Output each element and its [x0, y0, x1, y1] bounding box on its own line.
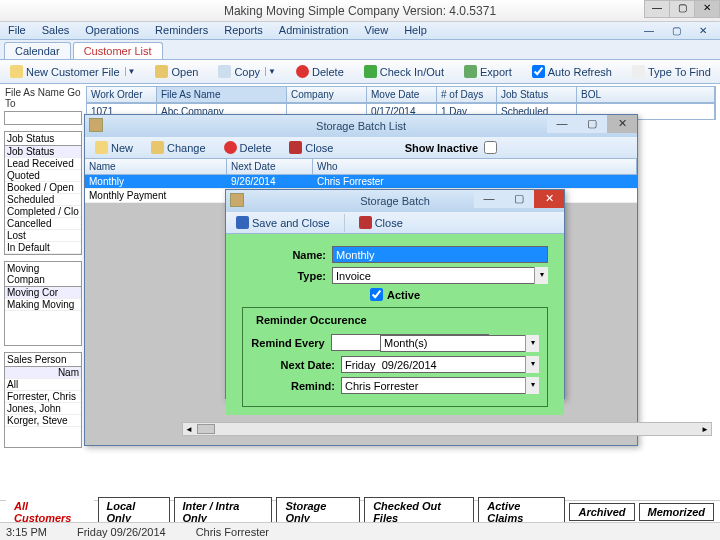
- sbl-change-button[interactable]: Change: [145, 138, 212, 157]
- type-to-find-button[interactable]: Type To Find: [626, 62, 717, 81]
- sales-person-panel: Sales Person Nam All Forrester, Chris Jo…: [4, 352, 82, 448]
- new-icon: [95, 141, 108, 154]
- show-inactive-checkbox[interactable]: [484, 141, 497, 154]
- autorefresh-checkbox[interactable]: [532, 65, 545, 78]
- table-row[interactable]: Monthly 9/26/2014 Chris Forrester: [85, 175, 637, 189]
- name-input[interactable]: [332, 246, 548, 263]
- check-icon: [364, 65, 377, 78]
- close-icon: [359, 216, 372, 229]
- job-status-panel: Job Status Job Status Lead Received Quot…: [4, 131, 82, 255]
- export-button[interactable]: Export: [458, 62, 518, 81]
- menu-operations[interactable]: Operations: [81, 24, 143, 37]
- menu-file[interactable]: File: [4, 24, 30, 37]
- window-icon: [89, 118, 103, 132]
- list-item[interactable]: Forrester, Chris: [5, 391, 81, 403]
- sbl-minimize-button[interactable]: —: [547, 115, 577, 133]
- close-button[interactable]: ✕: [694, 0, 720, 18]
- open-button[interactable]: Open: [149, 62, 204, 81]
- remind-select[interactable]: [341, 377, 525, 394]
- menubar: File Sales Operations Reminders Reports …: [0, 22, 720, 40]
- show-inactive-label: Show Inactive: [405, 142, 478, 154]
- sbl-new-button[interactable]: New: [89, 138, 139, 157]
- close-icon: [289, 141, 302, 154]
- moving-company-panel: Moving Compan Moving Cor Making Moving: [4, 261, 82, 346]
- window-title: Storage Batch: [360, 195, 430, 207]
- maximize-button[interactable]: ▢: [669, 0, 695, 18]
- menu-help[interactable]: Help: [400, 24, 431, 37]
- remind-unit-select[interactable]: [380, 335, 525, 352]
- list-item[interactable]: All: [5, 379, 81, 391]
- menu-administration[interactable]: Administration: [275, 24, 353, 37]
- window-icon: [230, 193, 244, 207]
- chevron-down-icon[interactable]: ▾: [525, 356, 539, 373]
- check-button[interactable]: Check In/Out: [358, 62, 450, 81]
- list-item[interactable]: In Default: [5, 242, 81, 254]
- minimize-button[interactable]: —: [644, 0, 670, 18]
- ftab-memorized[interactable]: Memorized: [639, 503, 714, 521]
- copy-icon: [218, 65, 231, 78]
- sb-close-button[interactable]: ✕: [534, 190, 564, 208]
- sbl-delete-button[interactable]: Delete: [218, 138, 278, 157]
- customer-grid: Work Order File As Name Company Move Dat…: [86, 86, 716, 116]
- status-date: Friday 09/26/2014: [77, 526, 166, 538]
- status-time: 3:15 PM: [6, 526, 47, 538]
- list-item[interactable]: Scheduled: [5, 194, 81, 206]
- file-as-label: File As Name Go To: [4, 86, 82, 110]
- copy-button[interactable]: Copy▼: [212, 62, 282, 81]
- delete-button[interactable]: Delete: [290, 62, 350, 81]
- ftab-archived[interactable]: Archived: [569, 503, 634, 521]
- file-as-input[interactable]: [4, 111, 82, 125]
- sb-minimize-button[interactable]: —: [474, 190, 504, 208]
- edit-icon: [151, 141, 164, 154]
- list-item[interactable]: Jones, John: [5, 403, 81, 415]
- active-checkbox[interactable]: [370, 288, 383, 301]
- list-item[interactable]: Lost: [5, 230, 81, 242]
- list-item[interactable]: Completed / Clo: [5, 206, 81, 218]
- list-item[interactable]: Korger, Steve: [5, 415, 81, 427]
- horizontal-scrollbar[interactable]: ◄ ►: [182, 422, 712, 436]
- sb-maximize-button[interactable]: ▢: [504, 190, 534, 208]
- menu-reports[interactable]: Reports: [220, 24, 267, 37]
- job-status-title: Job Status: [5, 132, 81, 146]
- storage-batch-window: Storage Batch — ▢ ✕ Save and Close Close…: [225, 189, 565, 399]
- main-area: File As Name Go To Job Status Job Status…: [0, 84, 720, 476]
- export-icon: [464, 65, 477, 78]
- menu-sales[interactable]: Sales: [38, 24, 74, 37]
- new-file-icon: [10, 65, 23, 78]
- find-icon: [632, 65, 645, 78]
- chevron-down-icon[interactable]: ▾: [534, 267, 548, 284]
- type-select[interactable]: [332, 267, 534, 284]
- window-title: Storage Batch List: [316, 120, 406, 132]
- list-item[interactable]: Cancelled: [5, 218, 81, 230]
- sbl-close-tool-button[interactable]: Close: [283, 138, 339, 157]
- tab-calendar[interactable]: Calendar: [4, 42, 71, 59]
- chevron-down-icon[interactable]: ▾: [525, 335, 539, 352]
- mdi-max-icon[interactable]: ▢: [663, 24, 689, 42]
- statusbar: 3:15 PM Friday 09/26/2014 Chris Forreste…: [0, 522, 720, 540]
- save-icon: [236, 216, 249, 229]
- sbl-maximize-button[interactable]: ▢: [577, 115, 607, 133]
- next-date-input[interactable]: [341, 356, 525, 373]
- sb-close-tool-button[interactable]: Close: [353, 213, 409, 232]
- delete-icon: [296, 65, 309, 78]
- toolbar: New Customer File▼ Open Copy▼ Delete Che…: [0, 60, 720, 84]
- autorefresh-toggle[interactable]: Auto Refresh: [526, 62, 618, 81]
- footer-tabs: All Customers Local Only Inter / Intra O…: [0, 500, 720, 522]
- save-and-close-button[interactable]: Save and Close: [230, 213, 336, 232]
- new-customer-button[interactable]: New Customer File▼: [4, 62, 141, 81]
- list-item[interactable]: Lead Received: [5, 158, 81, 170]
- tab-customer-list[interactable]: Customer List: [73, 42, 163, 59]
- list-item[interactable]: Making Moving: [5, 299, 81, 311]
- menu-reminders[interactable]: Reminders: [151, 24, 212, 37]
- tab-strip: Calendar Customer List: [0, 40, 720, 60]
- chevron-down-icon[interactable]: ▾: [525, 377, 539, 394]
- mdi-min-icon[interactable]: —: [636, 24, 662, 42]
- app-title: Making Moving Simple Company Version: 4.…: [224, 4, 496, 18]
- mdi-close-icon[interactable]: ✕: [690, 24, 716, 42]
- titlebar: Making Moving Simple Company Version: 4.…: [0, 0, 720, 22]
- menu-view[interactable]: View: [361, 24, 393, 37]
- sbl-close-button[interactable]: ✕: [607, 115, 637, 133]
- delete-icon: [224, 141, 237, 154]
- list-item[interactable]: Quoted: [5, 170, 81, 182]
- list-item[interactable]: Booked / Open: [5, 182, 81, 194]
